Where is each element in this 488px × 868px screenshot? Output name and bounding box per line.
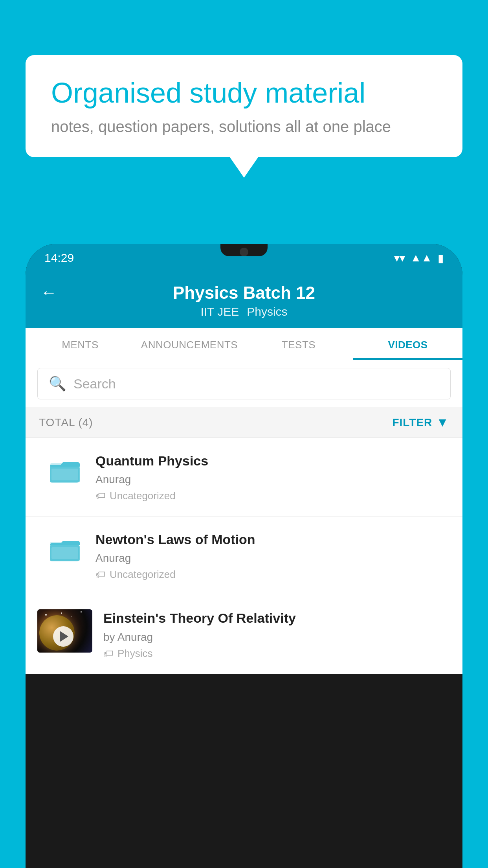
video-tag: 🏷 Uncategorized xyxy=(95,490,451,502)
video-thumbnail-einstein xyxy=(37,609,92,653)
tag-text: Uncategorized xyxy=(110,568,176,581)
status-bar: 14:29 ▾▾ ▲▲ ▮ xyxy=(26,244,462,272)
search-input-wrap[interactable]: 🔍 Search xyxy=(37,368,451,399)
video-author: by Anurag xyxy=(103,631,451,644)
tag-icon: 🏷 xyxy=(95,490,106,502)
subtitle-physics: Physics xyxy=(247,305,287,318)
tag-text: Uncategorized xyxy=(110,490,176,502)
tab-tests[interactable]: TESTS xyxy=(244,328,353,360)
video-tag: 🏷 Uncategorized xyxy=(95,568,451,581)
app-header: ← Physics Batch 12 IIT JEE Physics xyxy=(26,272,462,328)
filter-bar: TOTAL (4) FILTER ▼ xyxy=(26,407,462,438)
video-title: Einstein's Theory Of Relativity xyxy=(103,609,451,627)
tag-icon: 🏷 xyxy=(95,568,106,581)
filter-icon: ▼ xyxy=(436,415,449,430)
video-title: Quantum Physics xyxy=(95,452,451,469)
tag-text: Physics xyxy=(117,647,153,660)
list-item[interactable]: Newton's Laws of Motion Anurag 🏷 Uncateg… xyxy=(26,517,462,595)
tabs-container: MENTS ANNOUNCEMENTS TESTS VIDEOS xyxy=(26,328,462,360)
video-tag: 🏷 Physics xyxy=(103,647,451,660)
subtitle-iit: IIT JEE xyxy=(200,305,239,318)
video-title: Newton's Laws of Motion xyxy=(95,531,451,548)
speech-bubble-heading: Organised study material xyxy=(51,77,437,109)
video-info-newton: Newton's Laws of Motion Anurag 🏷 Uncateg… xyxy=(95,531,451,581)
speech-bubble-container: Organised study material notes, question… xyxy=(26,55,462,157)
tab-announcements[interactable]: ANNOUNCEMENTS xyxy=(135,328,244,360)
speech-bubble-subtext: notes, question papers, solutions all at… xyxy=(51,118,437,136)
speech-bubble: Organised study material notes, question… xyxy=(26,55,462,157)
batch-subtitle: IIT JEE Physics xyxy=(200,305,287,318)
filter-label: FILTER xyxy=(392,416,432,429)
video-list: Quantum Physics Anurag 🏷 Uncategorized xyxy=(26,438,462,674)
status-icons: ▾▾ ▲▲ ▮ xyxy=(394,252,444,265)
video-author: Anurag xyxy=(95,473,451,486)
back-button[interactable]: ← xyxy=(40,283,57,302)
thumb-visual xyxy=(37,609,92,653)
phone-frame: 14:29 ▾▾ ▲▲ ▮ ← Physics Batch 12 IIT JEE… xyxy=(26,244,462,868)
svg-rect-3 xyxy=(51,469,78,480)
svg-rect-7 xyxy=(51,547,78,559)
video-info-einstein: Einstein's Theory Of Relativity by Anura… xyxy=(103,609,451,659)
signal-icon: ▲▲ xyxy=(411,252,432,264)
filter-button[interactable]: FILTER ▼ xyxy=(392,415,449,430)
folder-icon-newton xyxy=(45,531,84,566)
battery-icon: ▮ xyxy=(438,252,444,265)
batch-title: Physics Batch 12 xyxy=(173,283,315,303)
video-author: Anurag xyxy=(95,552,451,565)
search-placeholder: Search xyxy=(73,376,116,392)
status-time: 14:29 xyxy=(44,251,74,265)
folder-icon-quantum xyxy=(45,452,84,487)
front-camera xyxy=(240,248,248,256)
total-count: TOTAL (4) xyxy=(39,416,93,429)
video-info-quantum: Quantum Physics Anurag 🏷 Uncategorized xyxy=(95,452,451,502)
list-item[interactable]: Quantum Physics Anurag 🏷 Uncategorized xyxy=(26,438,462,517)
tag-icon: 🏷 xyxy=(103,647,114,660)
tab-videos[interactable]: VIDEOS xyxy=(353,328,462,360)
play-button[interactable] xyxy=(53,626,73,647)
search-container: 🔍 Search xyxy=(26,360,462,407)
tab-ments[interactable]: MENTS xyxy=(26,328,135,360)
search-icon: 🔍 xyxy=(49,375,66,392)
wifi-icon: ▾▾ xyxy=(394,252,405,265)
list-item[interactable]: Einstein's Theory Of Relativity by Anura… xyxy=(26,595,462,674)
